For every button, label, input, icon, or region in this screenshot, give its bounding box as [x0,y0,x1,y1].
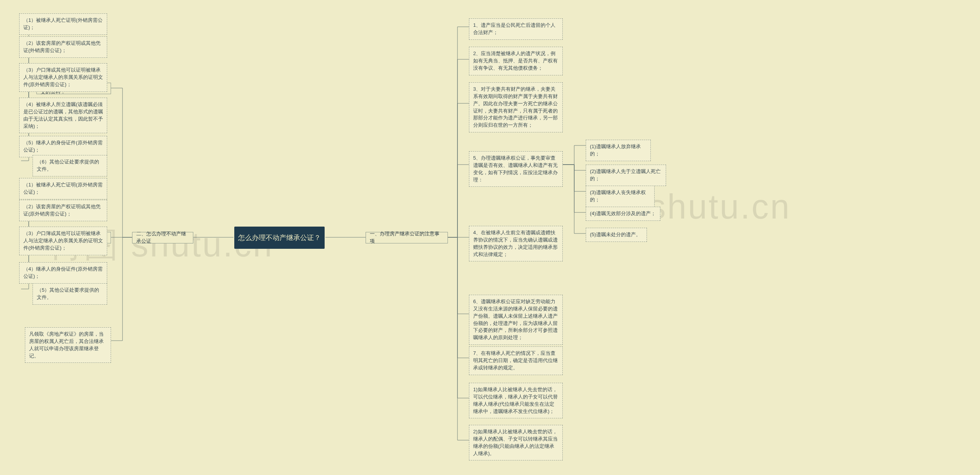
ga-5[interactable]: （5）继承人的身份证件(原外销房需公证)； [19,136,107,157]
ga-1[interactable]: （1）被继承人死亡证明(外销房需公证)； [19,13,107,35]
gb-1[interactable]: （1）被继承人死亡证明(原外销房需公证)； [19,178,107,199]
branch-right-1[interactable]: 一、办理房产继承公证的注意事项 [366,232,448,243]
r1-item-5-sub2[interactable]: (2)遗嘱继承人先于立遗嘱人死亡的； [586,165,666,186]
gb-2[interactable]: （2）该套房屋的产权证明或其他凭证(原外销房需公证)； [19,200,107,221]
ga-4[interactable]: （4）被继承人所立遗嘱(该遗嘱必须是已公证过的遗嘱，其他形式的遗嘱由于无法认定其… [19,98,107,133]
r1-item-8[interactable]: 1)如果继承人比被继承人先去世的话，可以代位继承，继承人的子女可以代替继承人继承… [469,383,563,418]
gb-5[interactable]: （5）其他公证处要求提供的文件。 [33,283,107,305]
ga-6[interactable]: （6）其他公证处要求提供的文件。 [33,155,107,176]
r1-item-6[interactable]: 6、遗嘱继承权公证应对缺乏劳动能力又没有生活来源的继承人保留必要的遗产份额。遗嘱… [469,295,563,345]
gb-3[interactable]: （3）户口簿或其他可以证明被继承人与法定继承人的亲属关系的证明文件(外销房需公证… [19,227,107,255]
r1-item-5-sub4[interactable]: (4)遗嘱无效部分涉及的遗产； [586,207,660,221]
branch-left-2[interactable]: 二、怎么办理不动产继承公证 [132,232,193,243]
root-title: 怎么办理不动产继承公证？ [238,233,321,243]
r1-item-1[interactable]: 1、遗产应当是公民死亡后遗留的个人合法财产； [469,18,563,40]
gb-4[interactable]: （4）继承人的身份证件(原外销房需公证)； [19,262,107,284]
root-node[interactable]: 怎么办理不动产继承公证？ [234,227,325,249]
branch-label: 二、怎么办理不动产继承公证 [136,230,189,245]
r1-item-9[interactable]: 2)如果继承人比被继承人晚去世的话，继承人的配偶、子女可以转继承其应当继承的份额… [469,425,563,460]
l2-note[interactable]: 凡领取《房地产权证》的房屋，当房屋的权属人死亡后，其合法继承人就可以申请办理该房… [25,327,111,363]
r1-item-5-sub3[interactable]: (3)遗嘱继承人丧失继承权的； [586,186,655,207]
watermark: shutu.cn [648,187,791,227]
r1-item-5-sub5[interactable]: (5)遗嘱未处分的遗产。 [586,228,647,242]
r1-item-4[interactable]: 4、在被继承人生前立有遗嘱或遗赠扶养协议的情况下，应当先确认遗嘱或遗赠扶养协议的… [469,226,563,261]
r1-item-3[interactable]: 3、对于夫妻共有财产的继承，夫妻关系有效期间取得的财产属于夫妻共有财产。因此在办… [469,82,563,132]
r1-item-2[interactable]: 2、应当清楚被继承人的遗产状况，例如有无典当、抵押、是否共有、产权有没有争议、有… [469,47,563,75]
branch-label: 一、办理房产继承公证的注意事项 [370,230,444,245]
ga-2[interactable]: （2）该套房屋的产权证明或其他凭证(外销房需公证)； [19,36,107,58]
ga-3[interactable]: （3）户口簿或其他可以证明被继承人与法定继承人的亲属关系的证明文件(原外销房需公… [19,63,107,92]
r1-item-5-sub1[interactable]: (1)遗嘱继承人放弃继承的； [586,140,651,161]
r1-item-5[interactable]: 5、办理遗嘱继承权公证，事先要审查遗嘱是否有效、遗嘱继承人和遗产有无变化，如有下… [469,151,563,187]
r1-item-7[interactable]: 7、在有继承人死亡的情况下，应当查明其死亡的日期，确定是否适用代位继承或转继承的… [469,346,563,375]
